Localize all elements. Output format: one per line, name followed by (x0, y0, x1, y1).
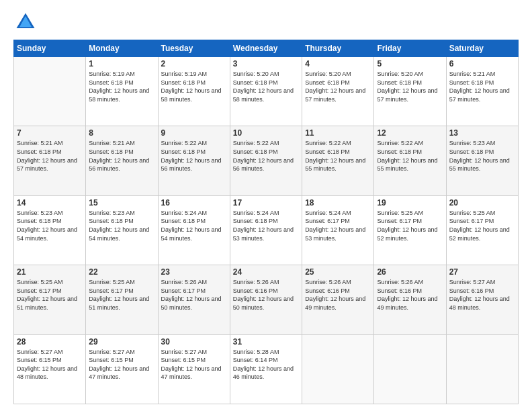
calendar-cell: 8Sunrise: 5:21 AMSunset: 6:18 PMDaylight… (86, 126, 158, 195)
calendar-cell: 14Sunrise: 5:23 AMSunset: 6:18 PMDayligh… (14, 195, 86, 265)
calendar-header-saturday: Saturday (446, 40, 518, 57)
day-info: Sunrise: 5:22 AMSunset: 6:18 PMDaylight:… (305, 139, 371, 173)
day-info: Sunrise: 5:20 AMSunset: 6:18 PMDaylight:… (377, 70, 443, 103)
day-number: 22 (89, 267, 154, 277)
calendar-cell: 31Sunrise: 5:28 AMSunset: 6:14 PMDayligh… (230, 334, 302, 404)
calendar-week-row: 21Sunrise: 5:25 AMSunset: 6:17 PMDayligh… (14, 265, 519, 334)
day-number: 2 (161, 59, 227, 68)
calendar-header-row: SundayMondayTuesdayWednesdayThursdayFrid… (14, 40, 519, 57)
day-info: Sunrise: 5:23 AMSunset: 6:18 PMDaylight:… (89, 209, 154, 242)
calendar-cell: 21Sunrise: 5:25 AMSunset: 6:17 PMDayligh… (14, 265, 86, 334)
day-number: 15 (89, 198, 154, 208)
calendar-cell: 13Sunrise: 5:23 AMSunset: 6:18 PMDayligh… (446, 126, 518, 195)
calendar-cell: 23Sunrise: 5:26 AMSunset: 6:17 PMDayligh… (158, 265, 230, 334)
day-number: 6 (449, 59, 515, 68)
day-info: Sunrise: 5:19 AMSunset: 6:18 PMDaylight:… (89, 70, 154, 103)
calendar-cell: 30Sunrise: 5:27 AMSunset: 6:15 PMDayligh… (158, 334, 230, 404)
day-number: 20 (449, 198, 515, 208)
calendar-week-row: 7Sunrise: 5:21 AMSunset: 6:18 PMDaylight… (14, 126, 519, 195)
calendar-cell: 27Sunrise: 5:27 AMSunset: 6:16 PMDayligh… (446, 265, 518, 334)
day-info: Sunrise: 5:25 AMSunset: 6:17 PMDaylight:… (89, 278, 154, 312)
day-info: Sunrise: 5:24 AMSunset: 6:18 PMDaylight:… (161, 209, 227, 242)
calendar-header-thursday: Thursday (302, 40, 374, 57)
day-number: 16 (161, 198, 227, 208)
calendar-cell: 29Sunrise: 5:27 AMSunset: 6:15 PMDayligh… (86, 334, 158, 404)
day-info: Sunrise: 5:24 AMSunset: 6:17 PMDaylight:… (305, 209, 371, 242)
day-info: Sunrise: 5:25 AMSunset: 6:17 PMDaylight:… (17, 278, 83, 312)
calendar-header-monday: Monday (86, 40, 158, 57)
calendar-week-row: 1Sunrise: 5:19 AMSunset: 6:18 PMDaylight… (14, 57, 519, 126)
day-number: 5 (377, 59, 443, 68)
day-info: Sunrise: 5:19 AMSunset: 6:18 PMDaylight:… (161, 70, 227, 103)
day-info: Sunrise: 5:21 AMSunset: 6:18 PMDaylight:… (449, 70, 515, 103)
day-info: Sunrise: 5:20 AMSunset: 6:18 PMDaylight:… (233, 70, 299, 103)
calendar-header-sunday: Sunday (14, 40, 86, 57)
calendar-cell: 11Sunrise: 5:22 AMSunset: 6:18 PMDayligh… (302, 126, 374, 195)
calendar-header-wednesday: Wednesday (230, 40, 302, 57)
day-number: 13 (449, 128, 515, 138)
day-info: Sunrise: 5:22 AMSunset: 6:18 PMDaylight:… (161, 139, 227, 173)
calendar-cell: 18Sunrise: 5:24 AMSunset: 6:17 PMDayligh… (302, 195, 374, 265)
calendar-cell: 9Sunrise: 5:22 AMSunset: 6:18 PMDaylight… (158, 126, 230, 195)
day-info: Sunrise: 5:20 AMSunset: 6:18 PMDaylight:… (305, 70, 371, 103)
day-number: 28 (17, 337, 83, 347)
calendar-cell: 3Sunrise: 5:20 AMSunset: 6:18 PMDaylight… (230, 57, 302, 126)
calendar-cell: 20Sunrise: 5:25 AMSunset: 6:17 PMDayligh… (446, 195, 518, 265)
day-number: 31 (233, 337, 299, 347)
calendar-week-row: 28Sunrise: 5:27 AMSunset: 6:15 PMDayligh… (14, 334, 519, 404)
day-info: Sunrise: 5:22 AMSunset: 6:18 PMDaylight:… (233, 139, 299, 173)
day-number: 17 (233, 198, 299, 208)
calendar-cell: 1Sunrise: 5:19 AMSunset: 6:18 PMDaylight… (86, 57, 158, 126)
day-info: Sunrise: 5:24 AMSunset: 6:18 PMDaylight:… (233, 209, 299, 242)
calendar-cell (374, 334, 446, 404)
day-info: Sunrise: 5:27 AMSunset: 6:15 PMDaylight:… (89, 348, 154, 381)
day-number: 4 (305, 59, 371, 68)
day-number: 23 (161, 267, 227, 277)
day-number: 24 (233, 267, 299, 277)
day-info: Sunrise: 5:26 AMSunset: 6:17 PMDaylight:… (161, 278, 227, 312)
day-info: Sunrise: 5:27 AMSunset: 6:15 PMDaylight:… (161, 348, 227, 381)
calendar-cell: 12Sunrise: 5:22 AMSunset: 6:18 PMDayligh… (374, 126, 446, 195)
calendar-cell: 22Sunrise: 5:25 AMSunset: 6:17 PMDayligh… (86, 265, 158, 334)
calendar-cell: 17Sunrise: 5:24 AMSunset: 6:18 PMDayligh… (230, 195, 302, 265)
day-number: 27 (449, 267, 515, 277)
calendar-cell: 10Sunrise: 5:22 AMSunset: 6:18 PMDayligh… (230, 126, 302, 195)
day-number: 19 (377, 198, 443, 208)
day-info: Sunrise: 5:23 AMSunset: 6:18 PMDaylight:… (17, 209, 83, 242)
logo-icon (13, 10, 38, 34)
day-info: Sunrise: 5:23 AMSunset: 6:18 PMDaylight:… (449, 139, 515, 173)
calendar-cell: 28Sunrise: 5:27 AMSunset: 6:15 PMDayligh… (14, 334, 86, 404)
calendar-cell: 4Sunrise: 5:20 AMSunset: 6:18 PMDaylight… (302, 57, 374, 126)
calendar-week-row: 14Sunrise: 5:23 AMSunset: 6:18 PMDayligh… (14, 195, 519, 265)
day-info: Sunrise: 5:28 AMSunset: 6:14 PMDaylight:… (233, 348, 299, 381)
day-number: 11 (305, 128, 371, 138)
day-info: Sunrise: 5:26 AMSunset: 6:16 PMDaylight:… (377, 278, 443, 312)
day-number: 18 (305, 198, 371, 208)
day-number: 29 (89, 337, 154, 347)
page: SundayMondayTuesdayWednesdayThursdayFrid… (0, 0, 532, 411)
day-info: Sunrise: 5:25 AMSunset: 6:17 PMDaylight:… (377, 209, 443, 242)
calendar-cell: 6Sunrise: 5:21 AMSunset: 6:18 PMDaylight… (446, 57, 518, 126)
day-info: Sunrise: 5:26 AMSunset: 6:16 PMDaylight:… (305, 278, 371, 312)
day-number: 25 (305, 267, 371, 277)
day-number: 7 (17, 128, 83, 138)
header (13, 10, 519, 34)
day-number: 21 (17, 267, 83, 277)
day-info: Sunrise: 5:27 AMSunset: 6:16 PMDaylight:… (449, 278, 515, 312)
calendar-cell: 2Sunrise: 5:19 AMSunset: 6:18 PMDaylight… (158, 57, 230, 126)
calendar-header-tuesday: Tuesday (158, 40, 230, 57)
day-info: Sunrise: 5:27 AMSunset: 6:15 PMDaylight:… (17, 348, 83, 381)
calendar-cell: 19Sunrise: 5:25 AMSunset: 6:17 PMDayligh… (374, 195, 446, 265)
calendar-cell (14, 57, 86, 126)
calendar-cell: 16Sunrise: 5:24 AMSunset: 6:18 PMDayligh… (158, 195, 230, 265)
day-number: 12 (377, 128, 443, 138)
day-number: 1 (89, 59, 154, 68)
calendar-cell (302, 334, 374, 404)
day-info: Sunrise: 5:22 AMSunset: 6:18 PMDaylight:… (377, 139, 443, 173)
day-info: Sunrise: 5:21 AMSunset: 6:18 PMDaylight:… (17, 139, 83, 173)
calendar-cell: 24Sunrise: 5:26 AMSunset: 6:16 PMDayligh… (230, 265, 302, 334)
calendar-cell: 5Sunrise: 5:20 AMSunset: 6:18 PMDaylight… (374, 57, 446, 126)
calendar-table: SundayMondayTuesdayWednesdayThursdayFrid… (13, 40, 519, 404)
day-number: 3 (233, 59, 299, 68)
logo (13, 10, 42, 34)
